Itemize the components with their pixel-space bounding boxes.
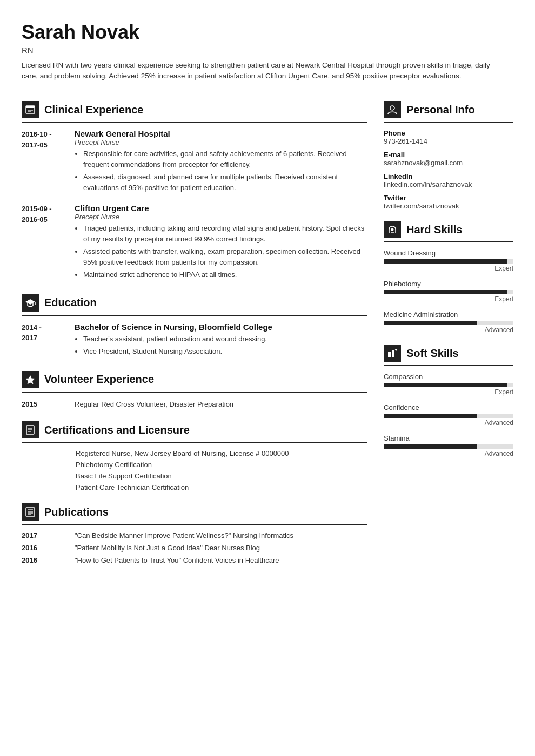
hard-skill-2-fill bbox=[384, 290, 507, 294]
clinical-entry-2-bullets: Triaged patients, including taking and r… bbox=[75, 223, 367, 280]
education-icon bbox=[22, 294, 39, 312]
volunteer-section: Volunteer Experience 2015 Regular Red Cr… bbox=[22, 371, 367, 410]
soft-skill-2-bar bbox=[384, 414, 513, 418]
hard-skills-header: Hard Skills bbox=[384, 221, 513, 242]
soft-skills-title: Soft Skills bbox=[406, 347, 459, 360]
education-entry-1-bullets: Teacher's assistant, patient education a… bbox=[75, 334, 367, 357]
personal-info-linkedin: LinkedIn linkedin.com/in/sarahznovak bbox=[384, 172, 513, 188]
clinical-experience-title: Clinical Experience bbox=[44, 104, 143, 116]
clinical-icon bbox=[22, 101, 39, 118]
certifications-icon bbox=[22, 421, 39, 438]
volunteer-title: Volunteer Experience bbox=[44, 373, 154, 386]
hard-skill-1-fill bbox=[384, 259, 507, 264]
clinical-entry-1-date: 2016-10 -2017-05 bbox=[22, 129, 65, 195]
clinical-entry-2-role: Precept Nurse bbox=[75, 213, 367, 221]
hard-skill-2: Phlebotomy Expert bbox=[384, 280, 513, 303]
education-entry-1-date: 2014 -2017 bbox=[22, 322, 65, 359]
clinical-entry-1-content: Newark General Hospital Precept Nurse Re… bbox=[75, 129, 367, 195]
soft-skill-1-bar bbox=[384, 383, 513, 387]
candidate-name: Sarah Novak bbox=[22, 22, 513, 43]
education-header: Education bbox=[22, 294, 367, 316]
hard-skills-icon bbox=[384, 221, 401, 238]
personal-info-phone: Phone 973-261-1414 bbox=[384, 129, 513, 145]
volunteer-entry-1: 2015 Regular Red Cross Volunteer, Disast… bbox=[22, 399, 367, 410]
pub-year-1: 2017 bbox=[22, 531, 65, 539]
soft-skills-section: Soft Skills Compassion Expert Confidence… bbox=[384, 345, 513, 457]
hard-skill-1-bar bbox=[384, 259, 513, 264]
education-title: Education bbox=[44, 296, 97, 309]
volunteer-entry-1-date: 2015 bbox=[22, 399, 65, 410]
soft-skill-3-fill bbox=[384, 444, 477, 449]
hard-skill-3: Medicine Administration Advanced bbox=[384, 310, 513, 334]
pub-year-2: 2016 bbox=[22, 544, 65, 552]
bullet: Maintained strict adherence to HIPAA at … bbox=[83, 269, 367, 280]
volunteer-header: Volunteer Experience bbox=[22, 371, 367, 393]
clinical-entry-2-company: Clifton Urgent Care bbox=[75, 204, 367, 213]
publications-icon bbox=[22, 503, 39, 521]
cert-item-4: Patient Care Technician Certification bbox=[22, 483, 367, 491]
hard-skill-1: Wound Dressing Expert bbox=[384, 249, 513, 272]
svg-rect-1 bbox=[26, 106, 35, 108]
left-column: Clinical Experience 2016-10 -2017-05 New… bbox=[22, 101, 367, 576]
svg-marker-4 bbox=[25, 299, 35, 305]
svg-rect-19 bbox=[388, 352, 391, 357]
publications-header: Publications bbox=[22, 503, 367, 525]
hard-skills-section: Hard Skills Wound Dressing Expert Phlebo… bbox=[384, 221, 513, 334]
pub-entry-2: 2016 "Patient Mobility is Not Just a Goo… bbox=[22, 544, 367, 552]
soft-skill-3: Stamina Advanced bbox=[384, 434, 513, 457]
soft-skills-header: Soft Skills bbox=[384, 345, 513, 366]
soft-skill-2: Confidence Advanced bbox=[384, 403, 513, 427]
clinical-entry-1-bullets: Responsible for care activities, goal an… bbox=[75, 148, 367, 193]
right-column: Personal Info Phone 973-261-1414 E-mail … bbox=[384, 101, 513, 576]
clinical-entry-2: 2015-09 -2016-05 Clifton Urgent Care Pre… bbox=[22, 204, 367, 282]
hard-skill-2-bar bbox=[384, 290, 513, 294]
bullet: Assessed, diagnosed, and planned care fo… bbox=[83, 172, 367, 193]
pub-entry-3: 2016 "How to Get Patients to Trust You" … bbox=[22, 556, 367, 564]
cert-item-3: Basic Life Support Certification bbox=[22, 472, 367, 480]
pub-text-1: "Can Bedside Manner Improve Patient Well… bbox=[75, 531, 367, 539]
volunteer-icon bbox=[22, 371, 39, 388]
clinical-entry-2-date: 2015-09 -2016-05 bbox=[22, 204, 65, 282]
pub-text-3: "How to Get Patients to Trust You" Confi… bbox=[75, 556, 367, 564]
education-entry-1-degree: Bachelor of Science in Nursing, Bloomfie… bbox=[75, 322, 367, 332]
certifications-title: Certifications and Licensure bbox=[44, 424, 190, 436]
clinical-entry-1: 2016-10 -2017-05 Newark General Hospital… bbox=[22, 129, 367, 195]
bullet: Responsible for care activities, goal an… bbox=[83, 148, 367, 170]
svg-marker-6 bbox=[26, 375, 35, 384]
certifications-header: Certifications and Licensure bbox=[22, 421, 367, 443]
pub-entry-1: 2017 "Can Bedside Manner Improve Patient… bbox=[22, 531, 367, 539]
hard-skill-3-bar bbox=[384, 321, 513, 325]
bullet: Teacher's assistant, patient education a… bbox=[83, 334, 367, 345]
svg-point-16 bbox=[390, 106, 394, 110]
personal-info-title: Personal Info bbox=[406, 104, 475, 116]
personal-info-twitter: Twitter twitter.com/sarahznovak bbox=[384, 194, 513, 210]
cert-item-2: Phlebotomy Certification bbox=[22, 461, 367, 469]
volunteer-entry-1-content: Regular Red Cross Volunteer, Disaster Pr… bbox=[75, 399, 367, 410]
hard-skills-title: Hard Skills bbox=[406, 224, 462, 236]
soft-skill-1: Compassion Expert bbox=[384, 373, 513, 396]
personal-info-header: Personal Info bbox=[384, 101, 513, 123]
main-layout: Clinical Experience 2016-10 -2017-05 New… bbox=[22, 101, 513, 576]
hard-skill-3-fill bbox=[384, 321, 477, 325]
personal-info-section: Personal Info Phone 973-261-1414 E-mail … bbox=[384, 101, 513, 210]
header-section: Sarah Novak RN Licensed RN with two year… bbox=[22, 22, 513, 82]
candidate-title: RN bbox=[22, 45, 513, 55]
publications-section: Publications 2017 "Can Bedside Manner Im… bbox=[22, 503, 367, 564]
clinical-entry-1-role: Precept Nurse bbox=[75, 138, 367, 146]
pub-text-2: "Patient Mobility is Not Just a Good Ide… bbox=[75, 544, 367, 552]
soft-skills-icon bbox=[384, 345, 401, 362]
resume-page: Sarah Novak RN Licensed RN with two year… bbox=[0, 0, 535, 756]
personal-info-email: E-mail sarahznovak@gmail.com bbox=[384, 151, 513, 167]
clinical-entry-1-company: Newark General Hospital bbox=[75, 129, 367, 138]
candidate-summary: Licensed RN with two years clinical expe… bbox=[22, 60, 508, 82]
education-entry-1-content: Bachelor of Science in Nursing, Bloomfie… bbox=[75, 322, 367, 359]
soft-skill-3-bar bbox=[384, 444, 513, 449]
clinical-entry-2-content: Clifton Urgent Care Precept Nurse Triage… bbox=[75, 204, 367, 282]
pub-year-3: 2016 bbox=[22, 556, 65, 564]
bullet: Assisted patients with transfer, walking… bbox=[83, 246, 367, 267]
education-entry-1: 2014 -2017 Bachelor of Science in Nursin… bbox=[22, 322, 367, 359]
volunteer-entry-1-text: Regular Red Cross Volunteer, Disaster Pr… bbox=[75, 399, 367, 410]
clinical-experience-section: Clinical Experience 2016-10 -2017-05 New… bbox=[22, 101, 367, 282]
education-section: Education 2014 -2017 Bachelor of Science… bbox=[22, 294, 367, 359]
personal-info-icon bbox=[384, 101, 401, 118]
